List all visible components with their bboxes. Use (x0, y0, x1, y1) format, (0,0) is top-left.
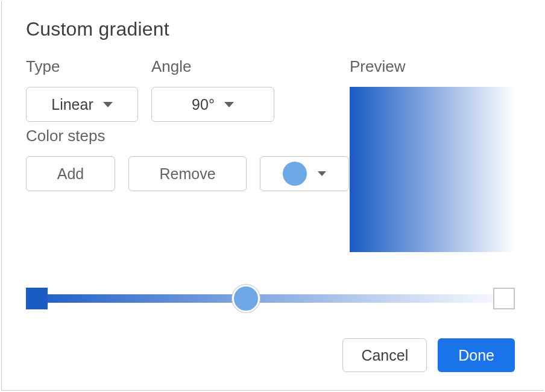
top-area: Type Linear Angle 90° Color steps (26, 57, 515, 252)
step-color-select[interactable] (260, 156, 349, 191)
gradient-track (26, 294, 515, 303)
controls-column: Type Linear Angle 90° Color steps (26, 57, 349, 191)
dialog-title: Custom gradient (26, 18, 515, 40)
gradient-preview (350, 87, 515, 252)
type-value: Linear (51, 96, 93, 113)
caret-down-icon (224, 102, 234, 107)
add-step-button[interactable]: Add (26, 156, 115, 191)
color-steps-label: Color steps (26, 127, 349, 145)
preview-label: Preview (350, 57, 515, 76)
angle-field: Angle 90° (151, 57, 274, 122)
done-label: Done (458, 347, 494, 364)
caret-down-icon (103, 102, 113, 107)
gradient-stop-end[interactable] (493, 288, 515, 309)
angle-select[interactable]: 90° (151, 87, 274, 122)
gradient-slider[interactable] (26, 285, 515, 312)
type-angle-row: Type Linear Angle 90° (26, 57, 349, 122)
dialog-footer: Cancel Done (342, 338, 515, 372)
gradient-stop-start[interactable] (26, 288, 48, 309)
type-select[interactable]: Linear (26, 87, 138, 122)
angle-value: 90° (192, 96, 215, 113)
type-field: Type Linear (26, 57, 138, 122)
cancel-label: Cancel (361, 347, 408, 364)
color-swatch-icon (283, 162, 307, 186)
cancel-button[interactable]: Cancel (342, 338, 427, 372)
caret-down-icon (318, 171, 326, 176)
preview-column: Preview (350, 57, 515, 252)
angle-label: Angle (151, 57, 274, 76)
remove-step-label: Remove (159, 165, 215, 183)
color-steps-row: Add Remove (26, 156, 349, 191)
remove-step-button[interactable]: Remove (128, 156, 247, 191)
type-label: Type (26, 57, 138, 76)
done-button[interactable]: Done (438, 338, 515, 372)
gradient-thumb[interactable] (232, 285, 260, 312)
add-step-label: Add (57, 165, 84, 183)
custom-gradient-dialog: Custom gradient Type Linear Angle 90° (1, 1, 544, 391)
